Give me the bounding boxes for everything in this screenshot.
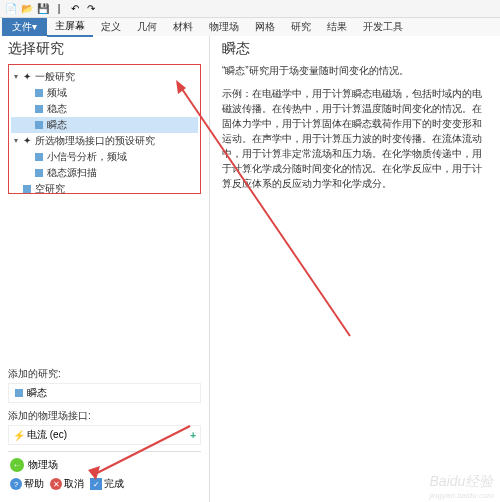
study-icon [33,168,45,178]
left-panel: 选择研究 ▾ ✦ 一般研究 频域 稳态 瞬态 ▾ ✦ 所选物理场接 [0,36,210,502]
folder-icon: ✦ [21,136,33,146]
add-icon[interactable]: + [190,430,196,441]
study-icon [21,184,33,194]
done-icon: ✓ [90,478,102,490]
tree-label: 一般研究 [35,70,75,84]
help-button[interactable]: ? 帮助 [10,477,44,491]
redo-icon[interactable]: ↷ [84,2,98,16]
cancel-icon: ✕ [50,478,62,490]
tab-definitions[interactable]: 定义 [93,18,129,36]
svg-rect-6 [15,389,23,397]
svg-rect-5 [23,185,31,193]
tree-item-stationary[interactable]: 稳态 [11,101,198,117]
back-physics-button[interactable]: ← 物理场 [10,456,199,474]
tree-group-preset[interactable]: ▾ ✦ 所选物理场接口的预设研究 [11,133,198,149]
tree-group-general[interactable]: ▾ ✦ 一般研究 [11,69,198,85]
open-icon[interactable]: 📂 [20,2,34,16]
tree-label: 所选物理场接口的预设研究 [35,134,155,148]
tree-label: 稳态 [47,102,67,116]
tab-mesh[interactable]: 网格 [247,18,283,36]
tab-study[interactable]: 研究 [283,18,319,36]
file-menu[interactable]: 文件▾ [2,18,47,36]
cancel-button[interactable]: ✕ 取消 [50,477,84,491]
tree-label: 小信号分析，频域 [47,150,127,164]
added-interface-row[interactable]: ⚡ 电流 (ec) + [8,425,201,445]
done-button[interactable]: ✓ 完成 [90,477,124,491]
tab-home[interactable]: 主屏幕 [47,17,93,37]
main-area: 选择研究 ▾ ✦ 一般研究 频域 稳态 瞬态 ▾ ✦ 所选物理场接 [0,36,500,502]
study-icon [33,104,45,114]
study-icon [33,88,45,98]
added-study-row[interactable]: 瞬态 [8,383,201,403]
right-panel-title: 瞬态 [222,40,488,58]
tree-label: 瞬态 [47,118,67,132]
added-interface-value: 电流 (ec) [27,428,67,442]
folder-icon: ✦ [21,72,33,82]
tab-physics[interactable]: 物理场 [201,18,247,36]
watermark: Baidu经验 jingyan.baidu.com [430,473,494,500]
new-icon[interactable]: 📄 [4,2,18,16]
study-tree: ▾ ✦ 一般研究 频域 稳态 瞬态 ▾ ✦ 所选物理场接口的预设研究 [8,64,201,194]
tab-results[interactable]: 结果 [319,18,355,36]
study-icon [13,388,25,398]
back-label: 物理场 [28,458,58,472]
quick-access-toolbar: 📄 📂 💾 | ↶ ↷ [0,0,500,18]
svg-rect-2 [35,121,43,129]
tab-devtools[interactable]: 开发工具 [355,18,411,36]
tree-item-source-sweep[interactable]: 稳态源扫描 [11,165,198,181]
action-row: ? 帮助 ✕ 取消 ✓ 完成 [10,474,199,494]
description-intro: “瞬态”研究用于场变量随时间变化的情况。 [222,64,488,78]
tree-item-small-signal[interactable]: 小信号分析，频域 [11,149,198,165]
bottom-nav: ← 物理场 ? 帮助 ✕ 取消 ✓ 完成 [8,451,201,498]
watermark-url: jingyan.baidu.com [430,491,494,500]
right-panel: 瞬态 “瞬态”研究用于场变量随时间变化的情况。 示例：在电磁学中，用于计算瞬态电… [210,36,500,502]
tree-item-frequency[interactable]: 频域 [11,85,198,101]
help-icon: ? [10,478,22,490]
tab-geometry[interactable]: 几何 [129,18,165,36]
tab-materials[interactable]: 材料 [165,18,201,36]
physics-icon: ⚡ [13,430,25,440]
svg-rect-4 [35,169,43,177]
svg-rect-0 [35,89,43,97]
collapse-icon[interactable]: ▾ [11,70,21,84]
collapse-icon[interactable]: ▾ [11,134,21,148]
study-icon [33,120,45,130]
cancel-label: 取消 [64,477,84,491]
left-panel-title: 选择研究 [8,40,201,58]
tree-item-empty-study[interactable]: 空研究 [11,181,198,197]
added-study-value: 瞬态 [27,386,47,400]
ribbon-bar: 文件▾ 主屏幕 定义 几何 材料 物理场 网格 研究 结果 开发工具 [0,18,500,36]
added-study-label: 添加的研究: [8,367,201,381]
undo-icon[interactable]: ↶ [68,2,82,16]
sep-icon: | [52,2,66,16]
watermark-brand: Baidu经验 [430,473,494,489]
study-icon [33,152,45,162]
save-icon[interactable]: 💾 [36,2,50,16]
tree-label: 频域 [47,86,67,100]
svg-rect-3 [35,153,43,161]
tree-label: 空研究 [35,182,65,196]
added-interface-label: 添加的物理场接口: [8,409,201,423]
description-body: 示例：在电磁学中，用于计算瞬态电磁场，包括时域内的电磁波传播。在传热中，用于计算… [222,86,488,191]
done-label: 完成 [104,477,124,491]
tree-item-transient[interactable]: 瞬态 [11,117,198,133]
help-label: 帮助 [24,477,44,491]
back-arrow-icon: ← [10,458,24,472]
tree-label: 稳态源扫描 [47,166,97,180]
svg-rect-1 [35,105,43,113]
